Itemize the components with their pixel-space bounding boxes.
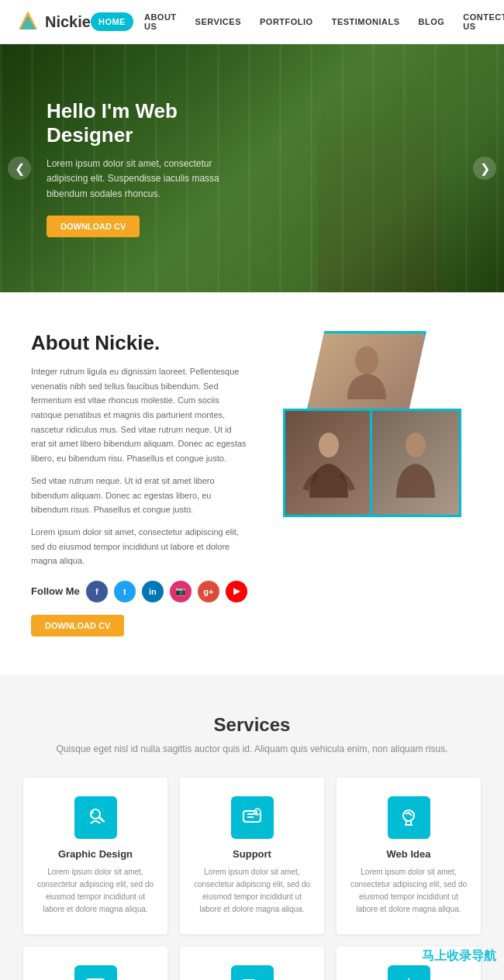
service-desc-2: Lorem ipsum dolor sit amet, consectetur … (349, 866, 468, 916)
service-desc-0: Lorem ipsum dolor sit amet, consectetur … (36, 866, 155, 916)
person-icon-right (388, 428, 443, 498)
chevron-right-icon: ❯ (480, 161, 490, 176)
service-card-web-development: Web Development Lorem ipsum dolor sit am… (23, 947, 167, 980)
svg-point-4 (406, 433, 426, 457)
navigation: Nickie HOME ABOUT US SERVICES PORTFOLIO … (0, 0, 504, 44)
person-icon-top (336, 341, 398, 403)
watermark: 马上收录导航 (422, 948, 496, 964)
service-desc-1: Lorem ipsum dolor sit amet, consectetur … (192, 866, 312, 916)
web-idea-svg (398, 806, 419, 828)
about-download-button[interactable]: DOWNLOAD CV (31, 615, 124, 637)
about-para-3: Lorem ipsum dolor sit amet, consectetur … (31, 525, 248, 568)
logo-text: Nickie (45, 13, 91, 31)
cube-left-face (283, 409, 375, 517)
follow-label: Follow Me (31, 585, 80, 597)
about-para-1: Integer rutrum ligula eu dignissim laore… (31, 364, 248, 466)
services-description: Quisque eget nisl id nulla sagittis auct… (23, 744, 481, 754)
graphic-design-svg (85, 806, 106, 828)
svg-point-2 (355, 347, 378, 374)
services-title: Services (23, 714, 481, 736)
about-para-2: Sed vitae rutrum neque. Ut id erat sit a… (31, 474, 248, 517)
graphic-design-icon (74, 796, 117, 839)
service-name-2: Web Idea (349, 848, 468, 860)
cube-top-face (306, 331, 426, 412)
responsive-svg (241, 975, 263, 980)
instagram-icon[interactable]: 📷 (170, 581, 192, 602)
support-svg: ! (241, 806, 263, 828)
about-title: About Nickie. (31, 331, 248, 355)
services-section: Services Quisque eget nisl id nulla sagi… (0, 675, 504, 980)
googleplus-icon[interactable]: g+ (198, 581, 219, 602)
nav-home[interactable]: HOME (91, 12, 133, 31)
about-visual (271, 331, 473, 517)
person-icon-left (302, 428, 356, 498)
services-grid: Graphic Design Lorem ipsum dolor sit ame… (23, 778, 481, 980)
svg-point-3 (319, 433, 339, 457)
hero-person-silhouette (318, 75, 442, 292)
svg-point-6 (91, 811, 94, 814)
service-card-responsive-design: Responsive Design Lorem ipsum dolor sit … (180, 947, 324, 980)
responsive-design-icon (231, 965, 274, 980)
about-text: About Nickie. Integer rutrum ligula eu d… (31, 331, 248, 637)
web-dev-svg (85, 975, 106, 980)
hero-download-button[interactable]: DOWNLOAD CV (47, 216, 140, 237)
nav-contact[interactable]: CONTECT US (455, 8, 504, 36)
service-name-0: Graphic Design (36, 848, 155, 860)
logo[interactable]: Nickie (16, 9, 91, 34)
cube-right-face (370, 409, 461, 517)
service-card-web-idea: Web Idea Lorem ipsum dolor sit amet, con… (337, 778, 481, 934)
nav-portfolio[interactable]: PORTFOLIO (252, 12, 321, 31)
hero-description: Lorem ipsum dolor sit amet, consectetur … (47, 157, 256, 202)
support-icon: ! (231, 796, 274, 839)
about-section: About Nickie. Integer rutrum ligula eu d… (0, 292, 504, 675)
facebook-icon[interactable]: f (86, 581, 108, 602)
follow-row: Follow Me f t in 📷 g+ ▶ (31, 581, 248, 602)
hero-next-button[interactable]: ❯ (473, 157, 496, 180)
hero-title: Hello I'm Web Designer (47, 99, 256, 147)
nav-links: HOME ABOUT US SERVICES PORTFOLIO TESTIMO… (91, 8, 504, 36)
nav-testimonials[interactable]: TESTIMONIALS (324, 12, 408, 31)
nav-about[interactable]: ABOUT US (136, 8, 185, 36)
logo-icon (16, 9, 40, 34)
svg-text:!: ! (256, 810, 257, 815)
service-card-graphic-design: Graphic Design Lorem ipsum dolor sit ame… (23, 778, 167, 934)
hero-section: Hello I'm Web Designer Lorem ipsum dolor… (0, 44, 504, 292)
linkedin-icon[interactable]: in (142, 581, 164, 602)
web-idea-icon (388, 796, 430, 839)
hero-content: Hello I'm Web Designer Lorem ipsum dolor… (0, 99, 302, 237)
twitter-icon[interactable]: t (114, 581, 136, 602)
service-name-1: Support (192, 848, 312, 860)
web-development-icon (74, 965, 117, 980)
nav-blog[interactable]: BLOG (411, 12, 453, 31)
gear-svg (398, 975, 419, 980)
nav-services[interactable]: SERVICES (188, 12, 249, 31)
gear-icon-box (388, 965, 430, 980)
youtube-icon[interactable]: ▶ (226, 581, 247, 602)
service-card-support: ! Support Lorem ipsum dolor sit amet, co… (180, 778, 324, 934)
